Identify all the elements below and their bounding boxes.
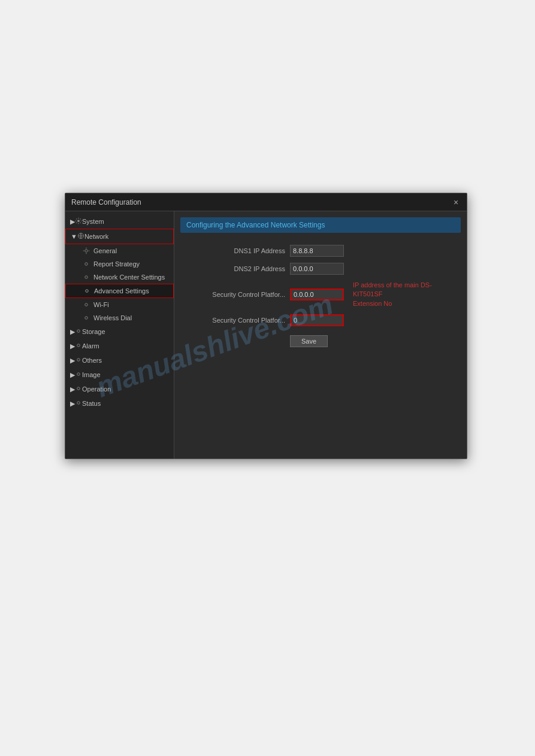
save-button[interactable]: Save — [290, 335, 328, 347]
security-platform-no-input[interactable] — [290, 314, 344, 326]
sidebar-item-alarm[interactable]: ▶ Alarm — [65, 339, 174, 353]
svg-point-4 — [85, 263, 88, 266]
sidebar-item-operation[interactable]: ▶ Operation — [65, 382, 174, 396]
sidebar-status-label: Status — [82, 400, 101, 407]
remote-config-dialog: Remote Configuration × ▶ System ▼ — [65, 193, 467, 459]
wireless-icon — [82, 314, 90, 322]
sidebar-item-network[interactable]: ▼ Network — [65, 229, 174, 244]
sidebar: ▶ System ▼ — [65, 211, 174, 459]
sidebar-wifi-label: Wi-Fi — [93, 301, 109, 308]
sidebar-general-label: General — [93, 247, 117, 254]
storage-arrow-icon: ▶ — [70, 328, 75, 336]
sidebar-operation-label: Operation — [82, 385, 111, 393]
form-section: DNS1 IP Address DNS2 IP Address Security… — [180, 242, 461, 350]
svg-point-3 — [85, 250, 88, 253]
others-icon — [75, 356, 82, 365]
svg-point-7 — [85, 303, 88, 306]
sidebar-item-wireless-dial[interactable]: Wireless Dial — [65, 311, 174, 324]
sidebar-system-label: System — [82, 218, 104, 225]
sidebar-image-label: Image — [82, 371, 101, 378]
image-arrow-icon: ▶ — [70, 371, 75, 379]
sidebar-storage-label: Storage — [82, 328, 105, 335]
security-no-label: Security Control Platfor... — [186, 317, 285, 324]
arrow-icon: ▶ — [70, 218, 75, 226]
operation-icon — [75, 385, 82, 393]
dialog-titlebar: Remote Configuration × — [65, 193, 467, 211]
main-content: Configuring the Advanced Network Setting… — [174, 211, 467, 459]
dns1-label: DNS1 IP Address — [186, 247, 285, 254]
status-icon — [75, 399, 82, 408]
svg-point-11 — [77, 359, 80, 362]
security-platform-ip-input[interactable] — [290, 289, 344, 300]
others-arrow-icon: ▶ — [70, 357, 75, 365]
sidebar-report-label: Report Strategy — [93, 260, 140, 268]
sidebar-item-system[interactable]: ▶ System — [65, 214, 174, 229]
content-header: Configuring the Advanced Network Setting… — [180, 217, 461, 233]
dns2-input[interactable] — [290, 263, 344, 275]
dns1-row: DNS1 IP Address — [186, 245, 455, 257]
alarm-arrow-icon: ▶ — [70, 342, 75, 350]
svg-point-5 — [85, 276, 88, 279]
sidebar-item-image[interactable]: ▶ Image — [65, 368, 174, 382]
dns1-input[interactable] — [290, 245, 344, 257]
general-icon — [82, 247, 90, 255]
network-icon — [77, 232, 84, 241]
form-hint-ip: IP address of the main DS-KIT501SF Exten… — [353, 281, 455, 308]
sidebar-item-storage[interactable]: ▶ Storage — [65, 324, 174, 339]
report-icon — [82, 260, 90, 268]
storage-icon — [75, 327, 82, 336]
sidebar-alarm-label: Alarm — [82, 342, 99, 350]
sidebar-wireless-label: Wireless Dial — [93, 314, 132, 321]
sidebar-netcenter-label: Network Center Settings — [93, 274, 165, 281]
svg-point-10 — [77, 344, 80, 347]
sidebar-advanced-label: Advanced Settings — [94, 287, 149, 294]
dns2-label: DNS2 IP Address — [186, 265, 285, 272]
svg-point-6 — [86, 290, 89, 293]
sidebar-item-others[interactable]: ▶ Others — [65, 353, 174, 368]
svg-point-14 — [77, 402, 80, 405]
netcenter-icon — [82, 273, 90, 281]
svg-point-9 — [77, 330, 80, 333]
sidebar-network-label: Network — [84, 233, 108, 240]
image-icon — [75, 371, 82, 379]
network-arrow-icon: ▼ — [71, 233, 77, 240]
dialog-title: Remote Configuration — [71, 198, 141, 207]
security-ip-row: Security Control Platfor... IP address o… — [186, 281, 455, 308]
close-button[interactable]: × — [451, 198, 461, 207]
sidebar-item-advanced-settings[interactable]: Advanced Settings — [65, 284, 174, 298]
sidebar-item-wifi[interactable]: Wi-Fi — [65, 298, 174, 311]
svg-point-13 — [77, 387, 80, 390]
svg-point-8 — [85, 317, 88, 320]
status-arrow-icon: ▶ — [70, 400, 75, 408]
security-no-row: Security Control Platfor... — [186, 314, 455, 326]
sidebar-item-report-strategy[interactable]: Report Strategy — [65, 257, 174, 271]
svg-point-12 — [77, 373, 80, 376]
svg-point-0 — [77, 220, 80, 222]
security-ip-label: Security Control Platfor... — [186, 291, 285, 298]
content-header-text: Configuring the Advanced Network Setting… — [186, 221, 325, 229]
sidebar-item-network-center[interactable]: Network Center Settings — [65, 271, 174, 284]
sidebar-item-status[interactable]: ▶ Status — [65, 396, 174, 411]
operation-arrow-icon: ▶ — [70, 385, 75, 393]
dialog-body: ▶ System ▼ — [65, 211, 467, 459]
wifi-icon — [82, 300, 90, 309]
dns2-row: DNS2 IP Address — [186, 263, 455, 275]
alarm-icon — [75, 342, 82, 350]
sidebar-item-general[interactable]: General — [65, 244, 174, 257]
gear-icon — [75, 217, 82, 226]
advanced-icon — [83, 287, 91, 295]
sidebar-others-label: Others — [82, 357, 102, 364]
